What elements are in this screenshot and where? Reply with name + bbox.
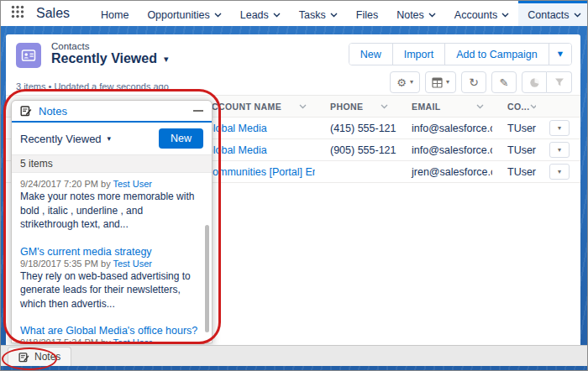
note-list-item[interactable]: 9/24/2017 7:20 PM by Test User Make your…: [20, 179, 200, 232]
chevron-down-icon: [574, 13, 581, 18]
email-cell: jren@salesforce.com: [396, 166, 492, 178]
caret-down-icon: ▾: [410, 79, 413, 86]
owner-cell: TUser: [492, 123, 544, 134]
caret-down-icon: ▾: [558, 125, 561, 132]
notes-scrollbar-thumb[interactable]: [205, 225, 209, 332]
caret-down-icon: ▾: [558, 147, 561, 154]
caret-down-icon: ▾: [558, 169, 561, 175]
caret-down-icon: ▾: [108, 135, 112, 143]
notes-panel-title: Notes: [39, 105, 67, 118]
list-summary: 3 items • Updated a few seconds ago: [16, 81, 169, 91]
notes-docked-panel: Notes Recently Viewed ▾ New 5 items 9/24…: [11, 100, 213, 343]
pencil-icon: ✎: [500, 77, 509, 88]
display-as-button[interactable]: ▾: [425, 71, 456, 93]
chevron-down-icon: [530, 104, 536, 109]
note-icon: [18, 352, 29, 363]
nav-item-opportunities[interactable]: Opportunities: [138, 1, 230, 26]
notes-panel-header[interactable]: Notes: [12, 101, 212, 123]
minimize-button[interactable]: [193, 110, 203, 112]
phone-cell: (415) 555-1212: [315, 123, 396, 134]
email-cell: info@salesforce.com: [396, 123, 492, 134]
notes-panel-controls: Recently Viewed ▾ New: [12, 123, 212, 154]
edit-button[interactable]: ✎: [491, 71, 517, 93]
row-actions-button[interactable]: ▾: [549, 164, 570, 180]
note-list-item[interactable]: What are Global Media's office hours? 9/…: [20, 325, 200, 342]
filter-funnel-icon: [554, 77, 564, 87]
app-window: Sales Home Opportunities Leads Tasks Fil…: [0, 0, 588, 371]
list-action-buttons: New Import Add to Campaign ▾: [349, 43, 572, 65]
owner-cell: TUser: [492, 144, 544, 156]
caret-down-icon: ▾: [164, 55, 169, 64]
app-launcher-icon[interactable]: [11, 5, 24, 22]
list-view-name: Recently Viewed: [51, 51, 157, 66]
charts-button[interactable]: [522, 71, 547, 93]
app-name: Sales: [36, 6, 70, 21]
account-name-link[interactable]: Global Media: [205, 123, 267, 134]
note-author-link[interactable]: Test User: [113, 259, 152, 269]
notes-list: 9/24/2017 7:20 PM by Test User Make your…: [12, 173, 212, 342]
chevron-down-icon: [299, 104, 307, 109]
list-settings-button[interactable]: ⚙ ▾: [390, 71, 420, 93]
nav-item-home[interactable]: Home: [92, 1, 138, 26]
table-icon: [432, 77, 443, 88]
chevron-down-icon: [330, 13, 338, 18]
dock-notes-label: Notes: [34, 351, 60, 363]
phone-cell: (905) 555-1212: [315, 144, 396, 156]
nav-item-files[interactable]: Files: [347, 1, 387, 26]
note-meta: 9/18/2017 5:34 PM by Test User: [20, 337, 200, 342]
note-author-link[interactable]: Test User: [113, 179, 152, 189]
account-name-link[interactable]: Communities [Portal] Enab...: [205, 166, 315, 178]
pie-chart-icon: [529, 77, 540, 88]
email-cell: info@salesforce.com: [396, 144, 492, 156]
caret-down-icon: ▾: [446, 79, 449, 86]
add-to-campaign-button[interactable]: Add to Campaign: [444, 44, 549, 65]
contacts-entity-icon: [16, 43, 41, 68]
note-title: GM's current media strategy: [20, 246, 200, 258]
nav-item-accounts[interactable]: Accounts: [445, 1, 518, 26]
note-meta: 9/24/2017 7:20 PM by Test User: [20, 179, 200, 189]
column-phone[interactable]: PHONE: [315, 102, 396, 112]
note-body: Make your notes more memorable with bold…: [20, 190, 200, 232]
owner-cell: TUser: [492, 166, 544, 178]
global-nav: Sales Home Opportunities Leads Tasks Fil…: [1, 1, 587, 26]
note-meta: 9/18/2017 5:35 PM by Test User: [20, 259, 200, 269]
refresh-button[interactable]: ↻: [461, 71, 486, 93]
chevron-down-icon: [501, 13, 509, 18]
chevron-down-icon: [214, 13, 222, 18]
nav-item-leads[interactable]: Leads: [231, 1, 290, 26]
chevron-down-icon: [273, 13, 281, 18]
note-author-link[interactable]: Test User: [113, 337, 152, 342]
notes-view-selector[interactable]: Recently Viewed ▾: [20, 133, 111, 145]
chevron-down-icon: [476, 104, 484, 109]
account-name-link[interactable]: Global Media: [205, 144, 267, 156]
import-button[interactable]: Import: [392, 44, 444, 65]
gear-icon: ⚙: [396, 77, 407, 88]
list-toolbar: ⚙ ▾ ▾ ↻ ✎: [390, 71, 572, 93]
nav-item-notes[interactable]: Notes: [387, 1, 445, 26]
list-view-header: Contacts Recently Viewed ▾ 3 items • Upd…: [6, 34, 580, 95]
column-contact-owner[interactable]: CO...: [492, 102, 544, 112]
chevron-down-icon: [381, 104, 388, 109]
column-email[interactable]: EMAIL: [396, 102, 492, 112]
nav-item-contacts[interactable]: Contacts: [518, 1, 588, 26]
note-icon: [20, 105, 32, 117]
new-button[interactable]: New: [349, 44, 392, 65]
note-body: They rely on web-based advertising to ge…: [20, 269, 200, 311]
row-actions-button[interactable]: ▾: [549, 120, 570, 136]
notes-item-count: 5 items: [12, 154, 212, 173]
note-title: What are Global Media's office hours?: [20, 325, 200, 337]
note-list-item[interactable]: GM's current media strategy 9/18/2017 5:…: [20, 246, 200, 311]
utility-dock-bar: Notes: [1, 345, 587, 366]
disabled-tools: [522, 71, 572, 93]
dock-notes-tab[interactable]: Notes: [8, 347, 71, 366]
row-actions-button[interactable]: ▾: [549, 142, 570, 158]
nav-item-tasks[interactable]: Tasks: [290, 1, 347, 26]
refresh-icon: ↻: [469, 76, 479, 88]
more-actions-caret-button[interactable]: ▾: [549, 44, 571, 65]
chevron-down-icon: [428, 13, 436, 18]
filter-button[interactable]: [547, 71, 572, 93]
new-note-button[interactable]: New: [159, 128, 203, 149]
